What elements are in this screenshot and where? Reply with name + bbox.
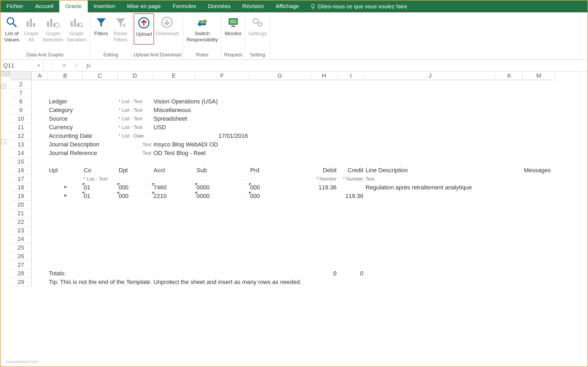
cell[interactable]: [523, 243, 555, 252]
cell[interactable]: 000: [249, 192, 311, 200]
column-header[interactable]: A: [32, 71, 48, 80]
cell[interactable]: Journal Description: [48, 140, 83, 149]
cell[interactable]: [195, 261, 249, 269]
cell[interactable]: 7460: [152, 183, 195, 192]
cell[interactable]: [496, 140, 523, 149]
cell[interactable]: [249, 200, 311, 209]
column-header[interactable]: F: [195, 71, 249, 80]
cell[interactable]: [152, 235, 195, 243]
cell[interactable]: [311, 200, 338, 209]
cell[interactable]: Co: [83, 166, 118, 175]
cell[interactable]: [364, 226, 496, 235]
cell[interactable]: [83, 149, 118, 157]
cell[interactable]: [496, 252, 523, 261]
cell[interactable]: [152, 80, 195, 89]
cell[interactable]: [152, 157, 195, 166]
cell[interactable]: 000: [118, 183, 152, 192]
column-header[interactable]: K: [496, 71, 523, 80]
cell[interactable]: [311, 209, 338, 218]
cell[interactable]: * List - Text: [118, 114, 152, 123]
cell[interactable]: Category: [48, 106, 83, 114]
cell[interactable]: [152, 269, 195, 278]
cell[interactable]: [249, 218, 311, 226]
cell[interactable]: [338, 200, 364, 209]
column-header[interactable]: C: [83, 71, 118, 80]
cell[interactable]: [48, 80, 83, 89]
row-header[interactable]: 28: [10, 269, 32, 278]
cell[interactable]: [83, 209, 118, 218]
cell[interactable]: [152, 132, 195, 140]
cell[interactable]: * List - Text: [118, 123, 152, 132]
cell[interactable]: [496, 226, 523, 235]
cell[interactable]: [338, 132, 364, 140]
cell[interactable]: [364, 114, 496, 123]
cell[interactable]: [338, 140, 364, 149]
cell[interactable]: [152, 89, 195, 97]
cell[interactable]: 17/01/2016: [195, 132, 249, 140]
cell[interactable]: [195, 200, 249, 209]
cell[interactable]: [338, 80, 364, 89]
cell[interactable]: 119.36: [338, 192, 364, 200]
cell[interactable]: [496, 157, 523, 166]
cell[interactable]: [152, 200, 195, 209]
cell[interactable]: [32, 132, 48, 140]
cell[interactable]: [48, 252, 83, 261]
cell[interactable]: [118, 218, 152, 226]
cell[interactable]: [249, 261, 311, 269]
cell[interactable]: Debit: [311, 166, 338, 175]
row-header[interactable]: 18: [10, 183, 32, 192]
cell[interactable]: [32, 157, 48, 166]
cell[interactable]: [523, 183, 555, 192]
cell[interactable]: [195, 269, 249, 278]
cell[interactable]: * Number: [311, 175, 338, 183]
tell-me-search[interactable]: Dites-nous ce que vous voulez faire: [305, 1, 412, 12]
cell[interactable]: [496, 192, 523, 200]
cell[interactable]: [338, 252, 364, 261]
cell[interactable]: [118, 226, 152, 235]
cell[interactable]: [364, 252, 496, 261]
cell[interactable]: [118, 209, 152, 218]
monitor-button[interactable]: Monitor: [223, 13, 243, 44]
cell[interactable]: [523, 192, 555, 200]
cell[interactable]: [195, 226, 249, 235]
tab-view[interactable]: Affichage: [270, 1, 305, 12]
cell[interactable]: * List - Text: [83, 175, 118, 183]
cell[interactable]: [32, 209, 48, 218]
cell[interactable]: [152, 226, 195, 235]
cell[interactable]: [195, 209, 249, 218]
row-header[interactable]: 13: [10, 140, 32, 149]
tab-oracle[interactable]: Oracle: [59, 1, 88, 12]
cell[interactable]: [496, 114, 523, 123]
cell[interactable]: [195, 243, 249, 252]
row-header[interactable]: 26: [10, 252, 32, 261]
cell[interactable]: [523, 269, 555, 278]
cell[interactable]: [83, 243, 118, 252]
cell[interactable]: [48, 209, 83, 218]
reset-filters-button[interactable]: ResetFilters: [111, 13, 130, 44]
cell[interactable]: [152, 252, 195, 261]
row-header[interactable]: 27: [10, 261, 32, 269]
cell[interactable]: [195, 157, 249, 166]
select-all-cell[interactable]: [10, 71, 32, 80]
cell[interactable]: [496, 149, 523, 157]
cell[interactable]: 000: [118, 192, 152, 200]
cell[interactable]: Messages: [523, 166, 555, 175]
cell[interactable]: [364, 261, 496, 269]
outline-level-1[interactable]: 1: [1, 71, 5, 76]
cell[interactable]: [83, 200, 118, 209]
cell[interactable]: [523, 235, 555, 243]
cell[interactable]: [118, 200, 152, 209]
cell[interactable]: ⚑: [48, 183, 83, 192]
cell[interactable]: [364, 123, 496, 132]
cell[interactable]: [32, 192, 48, 200]
cell[interactable]: [32, 243, 48, 252]
row-header[interactable]: 23: [10, 226, 32, 235]
cell[interactable]: [118, 261, 152, 269]
cell[interactable]: [523, 175, 555, 183]
row-header[interactable]: 11: [10, 123, 32, 132]
cell[interactable]: [364, 106, 496, 114]
formula-input[interactable]: [96, 60, 587, 71]
cell[interactable]: [338, 209, 364, 218]
cell[interactable]: [249, 89, 311, 97]
cell[interactable]: [364, 157, 496, 166]
